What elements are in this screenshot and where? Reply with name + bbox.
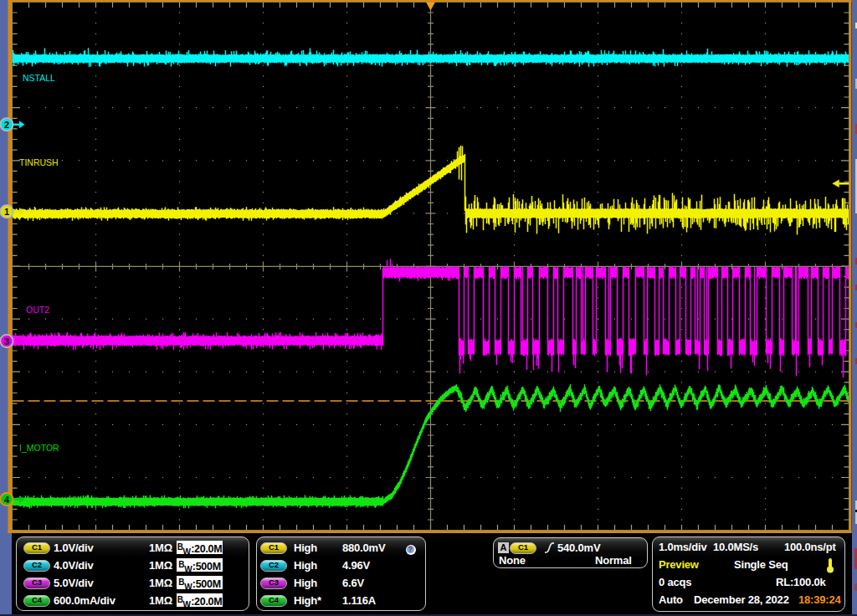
svg-text:NSTALL: NSTALL bbox=[23, 73, 55, 83]
svg-text:OUT2: OUT2 bbox=[26, 305, 49, 315]
svg-text:TINRUSH: TINRUSH bbox=[19, 157, 59, 167]
svg-text:3: 3 bbox=[4, 336, 9, 346]
svg-text:1: 1 bbox=[4, 207, 9, 217]
svg-text:4: 4 bbox=[4, 495, 10, 505]
svg-text:2: 2 bbox=[4, 120, 9, 130]
svg-text:I_MOTOR: I_MOTOR bbox=[19, 443, 59, 453]
